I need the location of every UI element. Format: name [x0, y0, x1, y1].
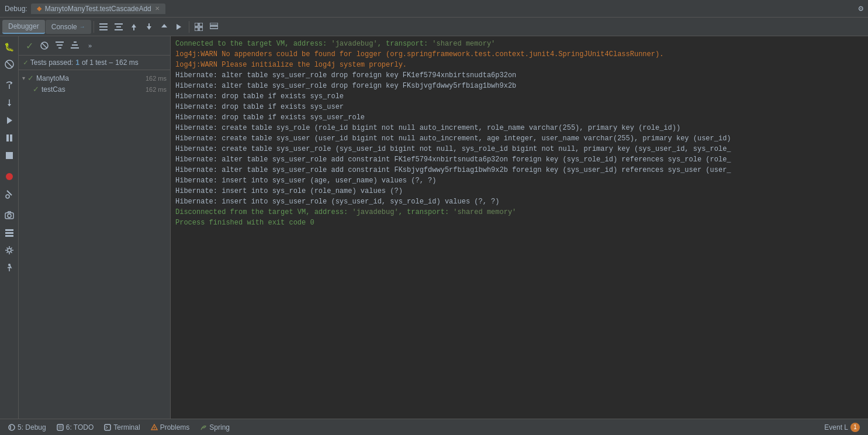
svg-line-39: [42, 43, 47, 49]
tab-close-icon[interactable]: ✕: [155, 5, 160, 12]
svg-rect-15: [199, 27, 203, 31]
svg-marker-6: [132, 24, 136, 27]
arrow-right-btn[interactable]: [172, 20, 186, 34]
todo-bottom-tab[interactable]: 6: TODO: [52, 422, 99, 433]
console-output[interactable]: Connected to the target VM, address: 'ja…: [171, 36, 868, 419]
grid-btn[interactable]: [192, 20, 206, 34]
svg-point-46: [9, 424, 15, 430]
svg-rect-0: [99, 23, 108, 25]
resume-sidebar-icon[interactable]: [1, 112, 18, 129]
settings-gear-icon[interactable]: ⚙: [859, 4, 863, 13]
layers-sidebar-icon[interactable]: [1, 225, 18, 241]
svg-marker-24: [7, 117, 12, 124]
console-line: Hibernate: insert into sys_user_role (sy…: [175, 196, 863, 207]
test-of-label: of 1 test: [82, 58, 107, 67]
svg-rect-4: [116, 26, 121, 27]
todo-bottom-label: 6: TODO: [66, 423, 94, 431]
svg-rect-17: [210, 26, 218, 29]
event-bottom-label: Event L: [824, 423, 848, 431]
stop-sidebar-icon[interactable]: [1, 56, 18, 72]
svg-rect-7: [133, 27, 134, 30]
svg-rect-43: [74, 42, 77, 43]
console-line: Process finished with exit code 0: [175, 218, 863, 228]
test-sort1-btn[interactable]: [53, 39, 67, 53]
svg-rect-1: [99, 26, 108, 27]
test-method-row[interactable]: ✓ testCas 162 ms: [19, 84, 170, 95]
test-sort2-btn[interactable]: [68, 39, 82, 53]
console-line: Hibernate: create table sys_role (role_i…: [175, 123, 863, 133]
svg-rect-13: [199, 23, 203, 26]
debug-bottom-icon: [8, 424, 15, 431]
debugger-tab-label: Debugger: [8, 22, 39, 30]
camera-sidebar-icon[interactable]: [1, 207, 18, 223]
event-bottom-tab[interactable]: Event L 1: [819, 421, 864, 434]
svg-marker-10: [161, 24, 167, 27]
pause-sidebar-icon[interactable]: [1, 130, 18, 146]
svg-rect-44: [72, 44, 78, 46]
title-bar: Debug: ◆ ManytoManyTest.testCascadeAdd ✕…: [0, 0, 868, 18]
toolbar: Debugger Console →: [0, 18, 868, 36]
stop-square-sidebar-icon[interactable]: [1, 147, 18, 164]
console-tab-label: Console: [51, 23, 77, 31]
terminal-bottom-tab[interactable]: Terminal: [99, 422, 144, 433]
test-more-btn[interactable]: »: [83, 39, 97, 53]
console-panel: Connected to the target VM, address: 'ja…: [171, 36, 868, 419]
console-line: Hibernate: alter table sys_user_role dro…: [175, 70, 863, 81]
pin-sidebar-icon[interactable]: [1, 260, 18, 276]
spring-bottom-tab[interactable]: Spring: [195, 422, 234, 433]
svg-point-28: [6, 173, 13, 180]
test-check-btn[interactable]: ✓: [22, 39, 36, 53]
sort-desc-btn[interactable]: [142, 20, 156, 34]
toolbar-separator-1: [94, 21, 94, 33]
bug-sidebar-icon[interactable]: 🐛: [1, 39, 18, 55]
console-line: Connected to the target VM, address: 'ja…: [175, 39, 863, 49]
terminal-bottom-icon: [104, 424, 111, 431]
test-passed-icon: ✓: [23, 58, 28, 67]
svg-rect-34: [5, 232, 13, 234]
method-name: testCas: [42, 85, 65, 94]
sort-asc-btn[interactable]: [127, 20, 141, 34]
step-into-sidebar-icon[interactable]: [1, 95, 18, 111]
svg-point-36: [8, 248, 11, 252]
test-total-time: 162 ms: [115, 58, 138, 67]
console-line: Disconnected from the target VM, address…: [175, 207, 863, 218]
problems-bottom-tab[interactable]: Problems: [146, 422, 195, 433]
align-btn[interactable]: [112, 20, 126, 34]
brush-sidebar-icon[interactable]: [1, 186, 18, 202]
console-tab[interactable]: Console →: [46, 20, 91, 34]
method-time: 162 ms: [146, 86, 167, 93]
svg-rect-40: [56, 42, 64, 43]
bottom-right: Event L 1: [819, 421, 864, 434]
console-line: Hibernate: insert into sys_role (role_na…: [175, 186, 863, 196]
svg-rect-25: [6, 134, 9, 141]
method-pass-icon: ✓: [33, 85, 39, 94]
console-line: Hibernate: alter table sys_user_role dro…: [175, 81, 863, 91]
svg-marker-23: [8, 104, 11, 106]
todo-bottom-icon: [57, 424, 64, 431]
main-tab[interactable]: ◆ ManytoManyTest.testCascadeAdd ✕: [31, 4, 165, 14]
console-line: Hibernate: alter table sys_user_role add…: [175, 165, 863, 175]
svg-point-37: [8, 264, 11, 266]
breakpoint-sidebar-icon[interactable]: [1, 168, 18, 185]
test-stop-btn[interactable]: [37, 39, 51, 53]
test-suite-row[interactable]: ▾ ✓ ManytoMa 162 ms: [19, 72, 170, 84]
debug-label: Debug:: [5, 5, 27, 13]
arrow-up-btn[interactable]: [157, 20, 171, 34]
toolbar-separator-2: [189, 21, 189, 33]
console-line: Hibernate: drop table if exists sys_user: [175, 102, 863, 112]
menu-btn[interactable]: [96, 20, 110, 34]
debug-bottom-tab[interactable]: 5: Debug: [4, 422, 51, 433]
svg-rect-41: [57, 44, 63, 46]
settings-sidebar-icon[interactable]: [1, 242, 18, 258]
step-over-sidebar-icon[interactable]: [1, 77, 18, 94]
console-line: Hibernate: create table sys_user (user_i…: [175, 133, 863, 144]
terminal-bottom-label: Terminal: [113, 423, 140, 431]
tab-group: Debugger Console →: [2, 20, 91, 34]
list-btn[interactable]: [207, 20, 221, 34]
console-line: Hibernate: drop table if exists sys_user…: [175, 112, 863, 123]
debug-bottom-label: 5: Debug: [18, 423, 46, 431]
debugger-tab[interactable]: Debugger: [2, 20, 45, 34]
main-area: 🐛: [0, 36, 868, 419]
suite-name: ManytoMa: [36, 74, 69, 82]
svg-rect-48: [57, 424, 63, 430]
